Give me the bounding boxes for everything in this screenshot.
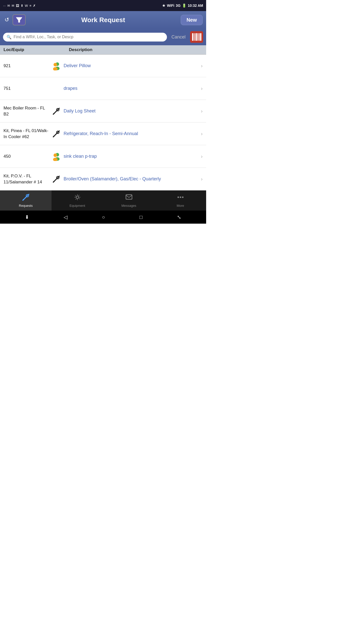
- list-item[interactable]: 921 Deliver Pillow›: [0, 55, 206, 77]
- item-description: Daily Log Sheet: [63, 108, 199, 114]
- svg-point-30: [180, 196, 181, 198]
- list-item[interactable]: Kit, P.O.V. - FL 11/Salamander # 14 Broi…: [0, 168, 206, 190]
- doc-icon: ≡: [29, 4, 31, 8]
- barcode-line: [194, 33, 194, 41]
- barcode-button[interactable]: [190, 31, 203, 43]
- item-description: drapes: [63, 85, 199, 92]
- image-icon: 🖼: [16, 4, 19, 8]
- email2-icon: ✉: [12, 4, 14, 8]
- item-location: Mec Boiler Room - FL B2: [4, 105, 50, 117]
- menu-icon: ···: [3, 4, 6, 8]
- svg-point-25: [76, 196, 79, 198]
- refresh-button[interactable]: ↺: [4, 16, 10, 24]
- svg-line-28: [129, 195, 132, 197]
- requests-icon: [22, 193, 30, 201]
- gear-nav-icon: [74, 193, 81, 203]
- star-icon: ★: [162, 4, 165, 8]
- more-nav-icon: [177, 193, 184, 203]
- list-item[interactable]: Mec Boiler Room - FL B2 Daily Log Sheet›: [0, 100, 206, 123]
- list-item[interactable]: Kit, Pinea - FL 01/Walk-In Cooler #62 Re…: [0, 123, 206, 145]
- nav-item-messages[interactable]: Messages: [103, 190, 155, 211]
- item-location: Kit, P.O.V. - FL 11/Salamander # 14: [4, 173, 50, 185]
- signal-icon: 3G: [176, 4, 180, 8]
- people-icon: [50, 61, 63, 70]
- header-left-controls: ↺: [4, 14, 26, 25]
- chevron-right-icon: ›: [199, 108, 203, 114]
- tools-icon: [50, 130, 63, 138]
- chevron-right-icon: ›: [199, 176, 203, 182]
- search-bar: 🔍 Cancel: [0, 29, 206, 45]
- filter-button[interactable]: [13, 14, 26, 25]
- item-location: 921: [4, 63, 50, 69]
- item-description: Broiler/Oven (Salamander), Gas/Elec - Qu…: [63, 176, 199, 182]
- system-nav: ⬇ ◁ ○ □ ⤡: [0, 211, 206, 224]
- download-icon[interactable]: ⬇: [22, 213, 32, 222]
- search-input[interactable]: [14, 35, 163, 39]
- nav-item-requests[interactable]: Requests: [0, 190, 52, 211]
- barcode-line: [199, 33, 200, 41]
- tools-icon: [50, 175, 63, 183]
- svg-line-12: [53, 136, 54, 137]
- chevron-right-icon: ›: [199, 86, 203, 91]
- tools-nav-icon: [22, 193, 30, 203]
- header: ↺ Work Request New: [0, 11, 206, 29]
- svg-point-15: [54, 153, 57, 157]
- search-input-wrapper[interactable]: 🔍: [3, 33, 167, 42]
- barcode-line: [198, 33, 198, 41]
- chevron-right-icon: ›: [199, 153, 203, 159]
- nav-item-equipment[interactable]: Equipment: [52, 190, 103, 211]
- filter-icon: [16, 16, 23, 23]
- messages-icon: [125, 193, 133, 201]
- item-description: Deliver Pillow: [63, 63, 199, 69]
- page-title: Work Request: [26, 16, 181, 24]
- status-bar: ··· ✉ ✉ 🖼 ⬆ W ≡ ✗ ★ WiFi 3G 🔋 10:32 AM: [0, 0, 206, 11]
- item-location: Kit, Pinea - FL 01/Walk-In Cooler #62: [4, 128, 50, 140]
- wifi-icon: WiFi: [167, 4, 174, 8]
- new-button[interactable]: New: [181, 15, 203, 25]
- recent-button[interactable]: □: [137, 213, 146, 222]
- item-description: sink clean p-trap: [63, 153, 199, 159]
- battery-icon: 🔋: [182, 4, 186, 8]
- bottom-nav: Requests Equipment Messages More: [0, 190, 206, 211]
- list-item[interactable]: 450 sink clean p-trap›: [0, 145, 206, 168]
- svg-point-3: [54, 63, 57, 66]
- svg-line-8: [53, 113, 54, 114]
- word-icon: W: [25, 4, 28, 8]
- svg-line-20: [53, 181, 54, 182]
- nav-label-equipment: Equipment: [69, 204, 85, 208]
- back-button[interactable]: ◁: [61, 213, 70, 222]
- svg-rect-26: [126, 195, 132, 199]
- col-header-loc: Loc/Equip: [4, 47, 54, 52]
- chevron-right-icon: ›: [199, 131, 203, 137]
- nav-label-messages: Messages: [121, 204, 136, 208]
- item-location: 751: [4, 86, 50, 92]
- column-headers: Loc/Equip Description: [0, 45, 206, 55]
- list-item[interactable]: 751drapes›: [0, 77, 206, 100]
- collapse-icon[interactable]: ⤡: [174, 213, 184, 222]
- email-icon: ✉: [7, 4, 10, 8]
- home-button[interactable]: ○: [99, 213, 108, 222]
- svg-point-31: [182, 196, 184, 198]
- equipment-icon: [74, 193, 81, 201]
- nav-item-more[interactable]: More: [155, 190, 206, 211]
- close-icon: ✗: [33, 4, 36, 8]
- status-right-icons: ★ WiFi 3G 🔋 10:32 AM: [162, 4, 203, 8]
- barcode-line: [200, 33, 201, 41]
- cancel-button[interactable]: Cancel: [169, 33, 188, 41]
- upload-icon: ⬆: [21, 4, 23, 8]
- people-icon: [50, 152, 63, 161]
- barcode-line: [196, 33, 197, 41]
- svg-line-27: [126, 195, 129, 197]
- nav-label-more: More: [177, 204, 184, 208]
- search-icon: 🔍: [7, 35, 12, 39]
- tools-icon: [50, 107, 63, 115]
- work-request-list: 921 Deliver Pillow›751drapes›Mec Boiler …: [0, 55, 206, 190]
- barcode-line: [192, 33, 193, 41]
- more-icon: [177, 193, 184, 201]
- svg-marker-0: [16, 17, 22, 22]
- status-icons: ··· ✉ ✉ 🖼 ⬆ W ≡ ✗: [3, 4, 36, 8]
- item-location: 450: [4, 153, 50, 159]
- item-description: Refrigerator, Reach-In - Semi-Annual: [63, 131, 199, 137]
- svg-point-29: [177, 196, 179, 198]
- chevron-right-icon: ›: [199, 63, 203, 69]
